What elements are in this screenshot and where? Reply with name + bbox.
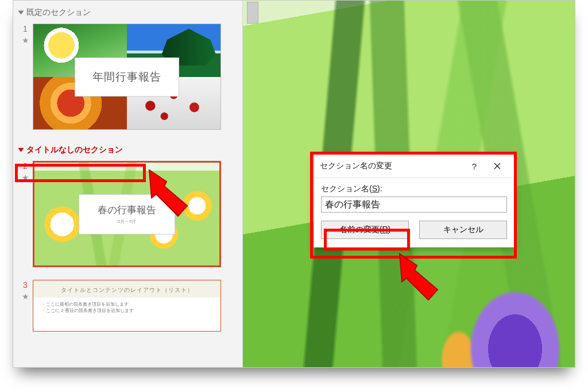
collapse-triangle-icon[interactable]: [18, 148, 24, 152]
section-header-default[interactable]: 既定のセクション: [18, 5, 239, 22]
section-header-untitled[interactable]: タイトルなしのセクション: [18, 142, 239, 160]
dialog-titlebar[interactable]: セクション名の変更 ?: [314, 155, 514, 178]
slide-number: 1: [18, 24, 33, 34]
slide-title: 春の行事報告 3月～5月: [79, 194, 175, 234]
scrollbar-thumb[interactable]: [247, 2, 258, 24]
rename-button[interactable]: 名前の変更(R): [321, 221, 409, 239]
slide-thumbnail-2[interactable]: 春の行事報告 3月～5月: [33, 161, 221, 267]
slide-heading: タイトルとコンテンツのレイアウト（リスト）: [33, 280, 220, 298]
slide-thumbnail-3[interactable]: タイトルとコンテンツのレイアウト（リスト） ここに最初の箇条書き項目を追加します…: [33, 280, 221, 332]
slide-row[interactable]: 2 ★ 春の行事報告 3月～5月: [18, 161, 239, 267]
section-name-input[interactable]: [321, 197, 507, 213]
slide-row[interactable]: 3 ★ タイトルとコンテンツのレイアウト（リスト） ここに最初の箇条書き項目を追…: [18, 280, 239, 332]
close-icon: [494, 163, 501, 170]
slide-number-column: 1 ★: [18, 24, 33, 45]
slide-number-column: 2 ★: [18, 161, 33, 183]
section-label: 既定のセクション: [26, 7, 91, 18]
slide-thumbnail-1[interactable]: 年間行事報告: [33, 24, 221, 130]
section-label: タイトルなしのセクション: [26, 145, 123, 155]
star-icon[interactable]: ★: [18, 35, 33, 45]
slide-number: 2: [18, 161, 33, 171]
star-icon[interactable]: ★: [18, 291, 33, 302]
star-icon[interactable]: ★: [18, 172, 33, 183]
collapse-triangle-icon[interactable]: [18, 11, 24, 15]
slide-thumbnail-pane[interactable]: 既定のセクション 1 ★ 年間行事報告 タイトルなしのセクション 2 ★: [13, 1, 243, 367]
rename-section-dialog: セクション名の変更 ? セクション名(S): 名前の変更(R) キャンセル: [314, 154, 514, 248]
help-button[interactable]: ?: [463, 159, 485, 173]
cancel-button[interactable]: キャンセル: [419, 221, 507, 239]
section-name-label: セクション名(S):: [321, 184, 507, 194]
slide-number-column: 3 ★: [18, 280, 33, 302]
slide-title: 年間行事報告: [75, 57, 179, 97]
slide-body: ここに最初の箇条書き項目を追加します ここに 2 番目の箇条書き項目を追加します: [33, 298, 220, 317]
slide-row[interactable]: 1 ★ 年間行事報告: [18, 24, 239, 130]
slide-number: 3: [18, 280, 33, 290]
dialog-title: セクション名の変更: [320, 161, 392, 171]
close-button[interactable]: [486, 159, 508, 173]
